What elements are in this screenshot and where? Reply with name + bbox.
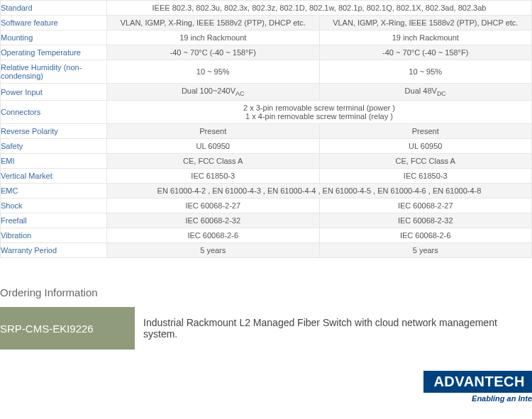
ordering-row: SRP-CMS-EKI9226 Industrial Rackmount L2 …: [0, 307, 532, 350]
spec-value: IEC 60068-2-6: [319, 228, 532, 243]
spec-label: Relative Humidity (non-condensing): [1, 60, 107, 84]
spec-row: Warranty Period5 years5 years: [1, 243, 532, 258]
spec-label: Warranty Period: [1, 243, 107, 258]
spec-row: VibrationIEC 60068-2-6IEC 60068-2-6: [1, 228, 532, 243]
spec-value: Present: [107, 124, 320, 139]
spec-label: Freefall: [1, 213, 107, 228]
spec-value: -40 ~ 70°C (-40 ~ 158°F): [319, 45, 532, 60]
spec-value: VLAN, IGMP, X-Ring, IEEE 1588v2 (PTP), D…: [107, 16, 320, 30]
spec-label: Mounting: [1, 30, 107, 45]
spec-label: Connectors: [1, 101, 107, 124]
spec-value: UL 60950: [319, 139, 532, 154]
ordering-description: Industrial Rackmount L2 Managed Fiber Sw…: [135, 307, 532, 350]
spec-row: SafetyUL 60950UL 60950: [1, 139, 532, 154]
spec-value: IEC 60068-2-32: [319, 213, 532, 228]
spec-value: UL 60950: [107, 139, 320, 154]
spec-row: StandardIEEE 802.3, 802.3u, 802.3x, 802.…: [1, 1, 532, 16]
spec-label: Vibration: [1, 228, 107, 243]
spec-value: 19 inch Rackmount: [107, 30, 320, 45]
brand-logo: ADVANTECH: [423, 371, 532, 393]
spec-row: Relative Humidity (non-condensing)10 ~ 9…: [1, 60, 532, 84]
spec-value: IEEE 802.3, 802.3u, 802.3x, 802.3z, 802.…: [107, 1, 532, 16]
spec-row: Vertical MarketIEC 61850-3IEC 61850-3: [1, 169, 532, 184]
spec-row: Reverse PolarityPresentPresent: [1, 124, 532, 139]
brand-block: ADVANTECH Enabling an Inte: [423, 371, 532, 403]
spec-value: 10 ~ 95%: [319, 60, 532, 84]
spec-label: EMC: [1, 184, 107, 199]
spec-row: FreefallIEC 60068-2-32IEC 60068-2-32: [1, 213, 532, 228]
spec-row: Software featureVLAN, IGMP, X-Ring, IEEE…: [1, 16, 532, 30]
spec-row: Connectors2 x 3-pin removable screw term…: [1, 101, 532, 124]
spec-value: CE, FCC Class A: [319, 154, 532, 169]
spec-label: Safety: [1, 139, 107, 154]
spec-row: ShockIEC 60068-2-27IEC 60068-2-27: [1, 199, 532, 213]
spec-label: Vertical Market: [1, 169, 107, 184]
spec-label: Software feature: [1, 16, 107, 30]
ordering-heading: Ordering Information: [0, 286, 532, 298]
spec-row: EMICE, FCC Class ACE, FCC Class A: [1, 154, 532, 169]
spec-row: Mounting19 inch Rackmount19 inch Rackmou…: [1, 30, 532, 45]
spec-value: IEC 60068-2-27: [107, 199, 320, 213]
spec-value: -40 ~ 70°C (-40 ~ 158°F): [107, 45, 320, 60]
spec-row: Operating Temperature-40 ~ 70°C (-40 ~ 1…: [1, 45, 532, 60]
spec-label: Shock: [1, 199, 107, 213]
spec-value: 5 years: [319, 243, 532, 258]
spec-value: 5 years: [107, 243, 320, 258]
spec-row: EMCEN 61000-4-2 , EN 61000-4-3 , EN 6100…: [1, 184, 532, 199]
spec-value: Dual 48VDC: [319, 84, 532, 101]
spec-value: CE, FCC Class A: [107, 154, 320, 169]
spec-label: Operating Temperature: [1, 45, 107, 60]
spec-value: EN 61000-4-2 , EN 61000-4-3 , EN 61000-4…: [107, 184, 532, 199]
spec-value: VLAN, IGMP, X-Ring, IEEE 1588v2 (PTP), D…: [319, 16, 532, 30]
spec-value: 10 ~ 95%: [107, 60, 320, 84]
spec-label: Reverse Polarity: [1, 124, 107, 139]
ordering-sku: SRP-CMS-EKI9226: [0, 307, 135, 350]
spec-value: Present: [319, 124, 532, 139]
footer: ADVANTECH Enabling an Inte: [0, 371, 532, 419]
spec-value: Dual 100~240VAC: [107, 84, 320, 101]
spec-table: StandardIEEE 802.3, 802.3u, 802.3x, 802.…: [0, 0, 532, 258]
spec-value: IEC 60068-2-27: [319, 199, 532, 213]
spec-row: Power InputDual 100~240VACDual 48VDC: [1, 84, 532, 101]
spec-label: Power Input: [1, 84, 107, 101]
spec-value: 19 inch Rackmount: [319, 30, 532, 45]
brand-tagline: Enabling an Inte: [423, 394, 532, 403]
spec-value: IEC 60068-2-32: [107, 213, 320, 228]
spec-value: 2 x 3-pin removable screw terminal (powe…: [107, 101, 532, 124]
spec-label: EMI: [1, 154, 107, 169]
spec-value: IEC 61850-3: [319, 169, 532, 184]
spec-value: IEC 60068-2-6: [107, 228, 320, 243]
spec-value: IEC 61850-3: [107, 169, 320, 184]
spec-label: Standard: [1, 1, 107, 16]
